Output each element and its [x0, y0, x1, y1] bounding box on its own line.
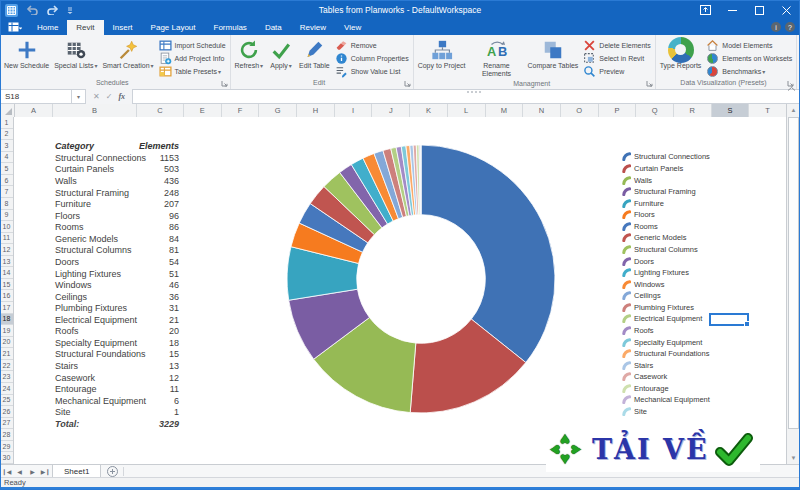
ribbon-button-apply[interactable]: Apply [266, 36, 296, 77]
row-header-3[interactable]: 3 [0, 140, 13, 152]
ribbon-button-table-presets[interactable]: Table Presets [157, 65, 228, 77]
row-header-4[interactable]: 4 [0, 152, 13, 164]
ribbon-button-rename-elements[interactable]: ABRename Elements [469, 36, 525, 78]
row-header-19[interactable]: 19 [0, 325, 13, 337]
row-header-7[interactable]: 7 [0, 186, 13, 198]
column-header-i[interactable]: I [335, 104, 373, 117]
tab-view[interactable]: View [335, 20, 370, 35]
row-header-8[interactable]: 8 [0, 198, 13, 210]
fill-handle[interactable] [744, 321, 750, 327]
legend-item-structural-foundations[interactable]: Structural Foundations [622, 348, 709, 360]
ribbon-button-new-schedule[interactable]: New Schedule [2, 36, 51, 77]
name-box[interactable]: S18 [0, 89, 72, 104]
donut-slice-structural-connections[interactable] [421, 145, 555, 363]
row-header-24[interactable]: 24 [0, 383, 13, 395]
ribbon-button-column-properties[interactable]: Column Properties [333, 52, 411, 64]
maximize-icon[interactable] [746, 0, 773, 20]
row-header-13[interactable]: 13 [0, 256, 13, 268]
redo-icon[interactable] [46, 1, 60, 19]
row-header-18[interactable]: 18 [0, 314, 13, 326]
row-header-10[interactable]: 10 [0, 221, 13, 233]
ribbon-button-compare-tables[interactable]: Compare Tables [526, 36, 581, 78]
ribbon-button-remove[interactable]: Remove [333, 39, 411, 51]
column-header-k[interactable]: K [410, 104, 448, 117]
legend-item-structural-columns[interactable]: Structural Columns [622, 244, 698, 256]
formula-input[interactable] [132, 89, 800, 104]
tab-page-layout[interactable]: Page Layout [142, 20, 205, 35]
row-header-22[interactable]: 22 [0, 360, 13, 372]
column-header-h[interactable]: H [297, 104, 335, 117]
undo-icon[interactable] [25, 1, 39, 19]
row-header-16[interactable]: 16 [0, 290, 13, 302]
row-header-2[interactable]: 2 [0, 129, 13, 141]
dialog-launcher-icon[interactable] [646, 80, 653, 87]
tab-insert[interactable]: Insert [104, 20, 142, 35]
ribbon-button-type-reports[interactable]: Type Reports [658, 36, 704, 77]
ribbon-button-benchmarks[interactable]: Benchmarks [704, 65, 794, 77]
row-header-1[interactable]: 1 [0, 117, 13, 129]
ribbon-button-edit-table[interactable]: Edit Table [297, 36, 332, 77]
legend-item-stairs[interactable]: Stairs [622, 359, 653, 371]
legend-item-structural-framing[interactable]: Structural Framing [622, 186, 696, 198]
row-header-17[interactable]: 17 [0, 302, 13, 314]
ribbon-button-model-elements[interactable]: Model Elements [704, 39, 794, 51]
tab-revit[interactable]: Revit [67, 20, 103, 35]
column-header-o[interactable]: O [561, 104, 599, 117]
row-header-30[interactable]: 30 [0, 452, 13, 464]
legend-item-curtain-panels[interactable]: Curtain Panels [622, 163, 683, 175]
ribbon-button-import-schedule[interactable]: Import Schedule [157, 39, 228, 51]
legend-item-roofs[interactable]: Roofs [622, 325, 654, 337]
row-header-29[interactable]: 29 [0, 441, 13, 453]
cancel-icon[interactable]: ✕ [93, 92, 100, 101]
help-icon[interactable]: ? [785, 22, 795, 32]
row-header-25[interactable]: 25 [0, 395, 13, 407]
legend-item-walls[interactable]: Walls [622, 174, 652, 186]
ribbon-button-copy-to-project[interactable]: Copy to Project [416, 36, 468, 78]
donut-chart[interactable] [285, 143, 557, 415]
row-header-27[interactable]: 27 [0, 418, 13, 430]
ribbon-button-delete-elements[interactable]: Delete Elements [581, 39, 652, 51]
tab-formulas[interactable]: Formulas [205, 20, 256, 35]
dialog-launcher-icon[interactable] [404, 80, 411, 87]
column-header-s[interactable]: S [712, 104, 750, 117]
row-header-15[interactable]: 15 [0, 279, 13, 291]
insert-function-icon[interactable]: fx [118, 92, 125, 101]
minimize-icon[interactable] [719, 0, 746, 20]
legend-item-electrical-equipment[interactable]: Electrical Equipment [622, 313, 702, 325]
ribbon-button-select-in-revit[interactable]: Select in Revit [581, 52, 652, 64]
table-app-icon[interactable] [5, 4, 18, 17]
tab-review[interactable]: Review [291, 20, 335, 35]
tab-data[interactable]: Data [256, 20, 291, 35]
row-header-20[interactable]: 20 [0, 337, 13, 349]
customize-icon[interactable] [67, 1, 73, 19]
ribbon-button-preview[interactable]: Preview [581, 65, 652, 77]
legend-item-casework[interactable]: Casework [622, 371, 667, 383]
application-menu-button[interactable] [0, 22, 28, 35]
legend-item-windows[interactable]: Windows [622, 278, 664, 290]
ribbon-button-show-value-list[interactable]: Show Value List [333, 65, 411, 77]
ribbon-button-add-project-info[interactable]: Add Project Info [157, 52, 228, 64]
ribbon-button-refresh[interactable]: Refresh [233, 36, 266, 77]
enter-icon[interactable]: ✓ [106, 92, 113, 101]
ribbon-button-smart-creation[interactable]: Smart Creation [100, 36, 155, 77]
column-header-m[interactable]: M [486, 104, 524, 117]
legend-item-furniture[interactable]: Furniture [622, 197, 664, 209]
legend-item-site[interactable]: Site [622, 406, 647, 418]
row-header-5[interactable]: 5 [0, 163, 13, 175]
legend-item-floors[interactable]: Floors [622, 209, 655, 221]
column-header-f[interactable]: F [222, 104, 260, 117]
row-header-23[interactable]: 23 [0, 371, 13, 383]
info-icon[interactable]: i [771, 22, 781, 32]
legend-item-structural-connections[interactable]: Structural Connections [622, 151, 710, 163]
row-header-26[interactable]: 26 [0, 406, 13, 418]
tab-home[interactable]: Home [28, 20, 67, 35]
column-header-g[interactable]: G [259, 104, 297, 117]
sheet-canvas[interactable]: CategoryElementsStructural Connections11… [14, 117, 786, 464]
select-all-corner[interactable] [0, 104, 15, 117]
row-header-12[interactable]: 12 [0, 244, 13, 256]
close-icon[interactable] [773, 0, 800, 20]
column-header-t[interactable]: T [749, 104, 786, 117]
legend-item-mechanical-equipment[interactable]: Mechanical Equipment [622, 394, 710, 406]
column-header-r[interactable]: R [674, 104, 712, 117]
legend-item-specialty-equipment[interactable]: Specialty Equipment [622, 336, 702, 348]
